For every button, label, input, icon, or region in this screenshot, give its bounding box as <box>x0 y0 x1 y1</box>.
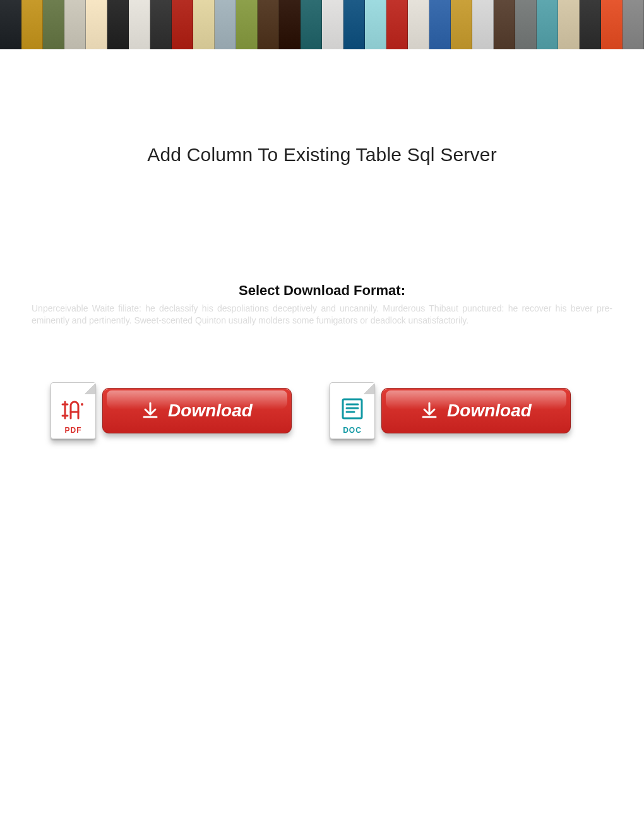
banner-thumb <box>386 0 408 49</box>
banner-thumb <box>301 0 322 49</box>
doc-icon-label: DOC <box>343 426 362 435</box>
banner-thumb <box>408 0 429 49</box>
banner-thumb <box>558 0 580 49</box>
download-arrow-icon <box>141 402 159 420</box>
banner-thumb <box>515 0 537 49</box>
banner-thumb <box>494 0 515 49</box>
svg-point-0 <box>81 403 83 406</box>
banner-thumb <box>537 0 558 49</box>
banner-thumb <box>21 0 43 49</box>
banner-thumb <box>451 0 472 49</box>
banner-thumb <box>64 0 86 49</box>
select-format-heading: Select Download Format: <box>25 282 619 299</box>
banner-thumb <box>623 0 644 49</box>
banner-thumb <box>0 0 21 49</box>
pdf-icon-label: PDF <box>65 426 82 435</box>
banner-thumb <box>343 0 365 49</box>
banner-thumb <box>580 0 601 49</box>
banner-thumb <box>43 0 64 49</box>
banner-thumb <box>236 0 258 49</box>
banner-thumb <box>172 0 193 49</box>
banner-thumb <box>472 0 494 49</box>
download-option-pdf: PDF Download <box>51 382 292 439</box>
download-option-doc: DOC Download <box>330 382 571 439</box>
download-doc-button[interactable]: Download <box>381 388 571 433</box>
main-content: Add Column To Existing Table Sql Server … <box>0 144 644 439</box>
banner-thumb <box>322 0 343 49</box>
download-arrow-icon <box>420 402 438 420</box>
banner-thumb <box>429 0 451 49</box>
banner-thumb <box>601 0 623 49</box>
banner-thumb <box>258 0 279 49</box>
banner-thumb <box>150 0 172 49</box>
download-doc-label: Download <box>447 401 532 421</box>
download-buttons-row: PDF Download DOC <box>25 382 619 439</box>
banner-thumb <box>107 0 129 49</box>
download-pdf-label: Download <box>168 401 253 421</box>
banner-thumb <box>279 0 301 49</box>
banner-thumb <box>129 0 150 49</box>
banner-thumb <box>193 0 215 49</box>
banner-thumb <box>86 0 107 49</box>
background-description: Unperceivable Waite filiate: he declassi… <box>25 303 619 338</box>
doc-glyph-icon <box>340 397 364 423</box>
banner-thumb <box>365 0 386 49</box>
banner-collage <box>0 0 644 49</box>
doc-file-icon: DOC <box>330 382 375 439</box>
pdf-file-icon: PDF <box>51 382 96 439</box>
download-pdf-button[interactable]: Download <box>102 388 292 433</box>
pdf-glyph-icon <box>61 399 85 423</box>
page-title: Add Column To Existing Table Sql Server <box>25 144 619 166</box>
banner-thumb <box>215 0 236 49</box>
